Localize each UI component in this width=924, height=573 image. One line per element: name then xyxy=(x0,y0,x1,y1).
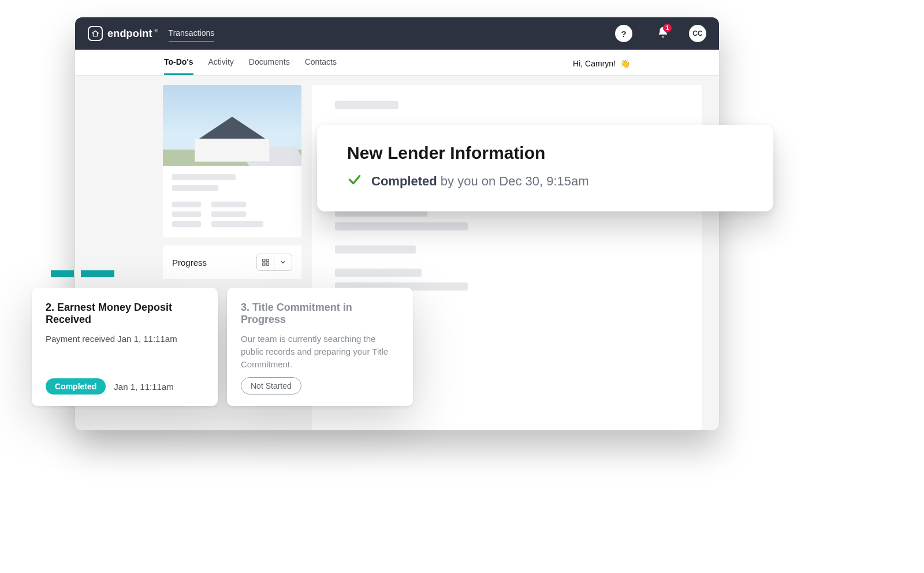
callout-status-row: Completed by you on Dec 30, 9:15am xyxy=(347,172,743,191)
tab-activity[interactable]: Activity xyxy=(208,57,234,75)
brand[interactable]: endpoint xyxy=(88,26,152,41)
progress-label: Progress xyxy=(172,258,251,267)
status-rest: by you on Dec 30, 9:15am xyxy=(437,174,589,188)
notification-badge: 1 xyxy=(663,24,672,32)
card-subtitle: Our team is currently searching the publ… xyxy=(241,333,399,370)
status-badge-not-started: Not Started xyxy=(241,377,301,395)
svg-rect-1 xyxy=(266,259,269,262)
progress-cards-callout: 2. Earnest Money Deposit Received Paymen… xyxy=(32,288,413,406)
progress-card-earnest-money[interactable]: 2. Earnest Money Deposit Received Paymen… xyxy=(32,288,218,406)
tab-contacts[interactable]: Contacts xyxy=(305,57,337,75)
svg-rect-0 xyxy=(262,259,264,262)
avatar[interactable]: CC xyxy=(689,25,706,42)
subnav: To-Do's Activity Documents Contacts Hi, … xyxy=(75,50,719,76)
topbar: endpoint Transactions ? 1 CC xyxy=(75,17,719,50)
grid-view-icon[interactable] xyxy=(257,254,274,270)
greeting: Hi, Camryn! 👋 xyxy=(573,59,630,75)
svg-rect-2 xyxy=(262,263,264,265)
card-title: 3. Title Commitment in Progress xyxy=(241,302,399,326)
property-meta-skeleton xyxy=(163,166,301,237)
help-icon: ? xyxy=(621,29,626,39)
svg-rect-3 xyxy=(266,263,269,265)
tab-todos[interactable]: To-Do's xyxy=(164,57,193,75)
progress-card-title-commitment[interactable]: 3. Title Commitment in Progress Our team… xyxy=(227,288,413,406)
lender-info-callout: New Lender Information Completed by you … xyxy=(317,125,773,211)
notifications-button[interactable]: 1 xyxy=(657,26,669,41)
brand-logo-icon xyxy=(88,26,103,41)
greeting-text: Hi, Camryn! xyxy=(573,59,616,68)
card-timestamp: Jan 1, 11:11am xyxy=(114,382,173,392)
brand-text: endpoint xyxy=(107,28,152,40)
property-card[interactable] xyxy=(163,85,301,237)
tab-documents[interactable]: Documents xyxy=(249,57,290,75)
chevron-down-icon[interactable] xyxy=(274,254,292,270)
card-subtitle: Payment received Jan 1, 11:11am xyxy=(46,333,204,345)
wave-icon: 👋 xyxy=(620,59,630,68)
skeleton-group xyxy=(335,245,679,254)
status-word: Completed xyxy=(371,174,437,188)
progress-view-toggle[interactable] xyxy=(256,254,292,271)
callout-title: New Lender Information xyxy=(347,143,743,163)
card-title: 2. Earnest Money Deposit Received xyxy=(46,302,204,326)
check-icon xyxy=(347,172,362,191)
decorative-strip xyxy=(51,270,117,277)
skeleton-line xyxy=(335,101,398,109)
help-button[interactable]: ? xyxy=(615,25,632,42)
nav-transactions[interactable]: Transactions xyxy=(169,25,215,42)
progress-header: Progress xyxy=(163,245,301,279)
property-image xyxy=(163,85,301,166)
skeleton-group xyxy=(335,209,679,230)
status-badge-completed: Completed xyxy=(46,378,106,395)
